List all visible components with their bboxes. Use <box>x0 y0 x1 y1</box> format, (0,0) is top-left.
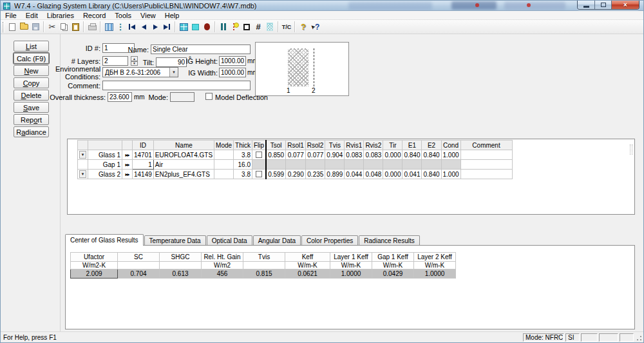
comment-field[interactable] <box>102 81 251 90</box>
glass-1-tir[interactable]: 0.000 <box>383 150 402 160</box>
glass-2-rsol2[interactable]: 0.235 <box>305 170 325 179</box>
save-record-button[interactable]: Save <box>14 102 49 113</box>
glass-2-e2[interactable]: 0.840 <box>422 170 441 179</box>
layer-view-button[interactable] <box>218 21 229 33</box>
glass-1-rsol1[interactable]: 0.077 <box>286 150 306 160</box>
record-list-button[interactable]: ⋮ <box>115 21 126 33</box>
previous-record-button[interactable] <box>138 21 149 33</box>
glass-1-e2[interactable]: 0.840 <box>422 150 441 160</box>
glass-1-rsol2[interactable]: 0.077 <box>305 150 325 160</box>
rel-ht-gain-value[interactable]: 456 <box>202 270 243 279</box>
mode-field[interactable] <box>170 92 194 102</box>
toolbar-grip[interactable] <box>3 22 5 32</box>
glass-2-id[interactable]: 14149 <box>133 170 154 179</box>
print-button[interactable] <box>86 21 98 33</box>
keff-value[interactable]: 0.0621 <box>285 270 330 279</box>
glass-2-detail-arrows[interactable]: ▸▸ <box>122 170 133 179</box>
menu-libraries[interactable]: Libraries <box>43 11 79 19</box>
ig-height-field[interactable] <box>219 56 246 66</box>
new-button[interactable]: New <box>14 65 49 76</box>
next-record-button[interactable] <box>149 21 161 33</box>
glass-1-cond[interactable]: 1.000 <box>441 150 460 160</box>
frame-view-button[interactable] <box>241 21 252 33</box>
layer2-keff-value[interactable]: 1.0000 <box>414 270 456 279</box>
glass-2-flip-checkbox[interactable] <box>256 171 262 177</box>
glass-1-comment[interactable] <box>460 150 512 160</box>
glass-1-mode[interactable] <box>214 150 234 160</box>
radiance-button[interactable]: Radiance <box>14 126 49 137</box>
menu-tools[interactable]: Tools <box>110 11 136 19</box>
tvis-value[interactable]: 0.815 <box>243 270 285 279</box>
tab-optical-data[interactable]: Optical Data <box>207 235 252 246</box>
menu-view[interactable]: View <box>136 11 160 19</box>
tab-color-properties[interactable]: Color Properties <box>301 235 358 246</box>
glass-2-rvis2[interactable]: 0.048 <box>364 170 383 179</box>
glass-1-rvis2[interactable]: 0.083 <box>364 150 383 160</box>
gap-1-comment[interactable] <box>460 160 512 170</box>
first-record-button[interactable] <box>126 21 138 33</box>
gap-1-mode[interactable] <box>214 160 234 170</box>
glass-1-rvis1[interactable]: 0.083 <box>345 150 364 160</box>
glass-2-cond[interactable]: 1.000 <box>441 170 460 179</box>
copy-button[interactable] <box>58 21 70 33</box>
glass-1-name[interactable]: EUROFLOAT4.GTS <box>153 150 214 160</box>
gap-1-id[interactable]: 1 <box>133 160 154 170</box>
glass-1-thick[interactable]: 3.8 <box>234 150 252 160</box>
gap1-keff-value[interactable]: 0.0429 <box>372 270 414 279</box>
glass-2-tsol[interactable]: 0.599 <box>266 170 286 179</box>
glass-1-tsol[interactable]: 0.850 <box>266 150 286 160</box>
scrollbar-thumb[interactable] <box>630 144 632 155</box>
temperature-profile-button[interactable] <box>229 21 241 33</box>
tab-center-of-glass-results[interactable]: Center of Glass Results <box>65 234 144 246</box>
new-document-button[interactable] <box>6 21 18 33</box>
glass-2-comment[interactable] <box>460 170 512 179</box>
menu-record[interactable]: Record <box>79 11 110 19</box>
grid-numbers-button[interactable]: # <box>252 21 264 33</box>
name-field[interactable] <box>151 44 251 54</box>
color-fill-button[interactable] <box>189 21 201 33</box>
help-button[interactable]: ? <box>298 21 309 33</box>
tab-angular-data[interactable]: Angular Data <box>253 235 301 246</box>
glass-1-id[interactable]: 14701 <box>133 150 154 160</box>
open-file-button[interactable] <box>18 21 30 33</box>
ig-width-field[interactable] <box>219 68 246 77</box>
paste-button[interactable] <box>70 21 81 33</box>
glass-2-thick[interactable]: 3.8 <box>234 170 252 179</box>
chevron-down-icon[interactable]: ▼ <box>169 68 178 77</box>
sc-value[interactable]: 0.704 <box>118 270 160 279</box>
glass-1-e1[interactable]: 0.840 <box>402 150 422 160</box>
gap-1-thick[interactable]: 16.0 <box>234 160 252 170</box>
shading-view-button[interactable] <box>264 21 276 33</box>
model-deflection-checkbox[interactable] <box>205 93 213 100</box>
tab-radiance-results[interactable]: Radiance Results <box>359 235 419 246</box>
report-button[interactable]: Report <box>14 114 49 125</box>
glass-1-flip-checkbox[interactable] <box>256 152 262 158</box>
glass-1-dropdown-icon[interactable]: ▼ <box>79 151 86 159</box>
cut-button[interactable]: ✂ <box>46 21 58 33</box>
copy-record-button[interactable]: Copy <box>14 77 49 88</box>
gap-1-detail-arrows[interactable]: ▸▸ <box>122 160 133 170</box>
title-bar[interactable]: W7.4 - Glazing System Library (C:\Users\… <box>1 1 643 11</box>
list-button[interactable]: List <box>14 41 49 52</box>
tc-toggle-button[interactable]: T/C <box>281 21 292 33</box>
shgc-value[interactable]: 0.613 <box>160 270 202 279</box>
layer1-keff-value[interactable]: 1.0000 <box>330 270 372 279</box>
tilt-field[interactable] <box>156 57 187 67</box>
minimize-button[interactable] <box>578 1 595 9</box>
close-button[interactable]: × <box>612 1 639 9</box>
resize-grip[interactable] <box>635 335 643 342</box>
menu-edit[interactable]: Edit <box>21 11 43 19</box>
tab-temperature-data[interactable]: Temperature Data <box>144 235 206 246</box>
glass-1-detail-arrows[interactable]: ▸▸ <box>122 150 133 160</box>
glass-2-tir[interactable]: 0.000 <box>383 170 402 179</box>
detail-view-button[interactable] <box>201 21 213 33</box>
ufactor-value[interactable]: 2.009 <box>71 270 118 279</box>
maximize-button[interactable] <box>595 1 612 9</box>
glass-2-name[interactable]: EN2plus_EF4.GTS <box>153 170 214 179</box>
glass-2-mode[interactable] <box>214 170 234 179</box>
glazing-system-view-button[interactable] <box>178 21 189 33</box>
menu-help[interactable]: Help <box>160 11 184 19</box>
glass-2-rsol1[interactable]: 0.290 <box>286 170 306 179</box>
glass-1-tvis[interactable]: 0.904 <box>325 150 345 160</box>
layers-field[interactable] <box>102 56 128 66</box>
